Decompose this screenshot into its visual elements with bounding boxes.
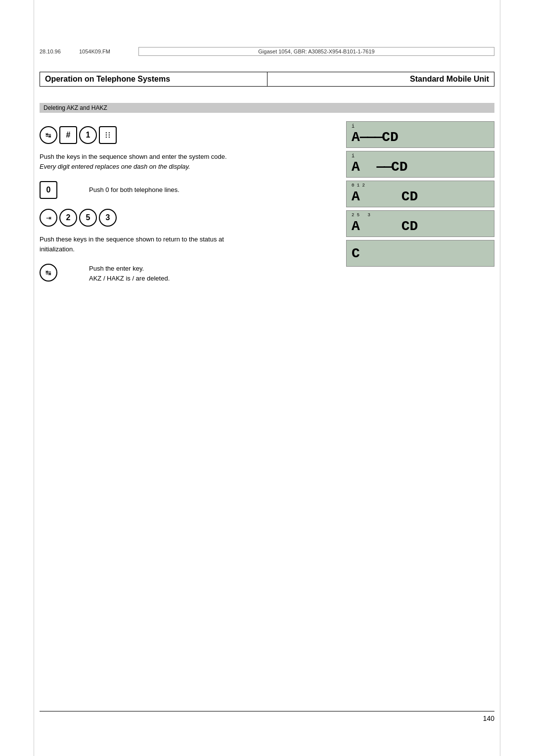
section-label: Deleting AKZ and HAKZ xyxy=(40,103,494,113)
key-5[interactable]: 5 xyxy=(79,209,97,227)
step-3-key-row: ⇥ 2 5 3 xyxy=(40,209,117,227)
step-4-text: Push the enter key. AKZ / HAKZ is / are … xyxy=(89,263,247,283)
display-2: i A ——CD xyxy=(346,151,494,178)
key-enter-arrow-4[interactable]: ↹ xyxy=(40,264,57,282)
step-3-keys: ⇥ 2 5 3 xyxy=(40,208,117,231)
step-4-text-main: Push the enter key. xyxy=(89,264,247,274)
step-4-text-italic: AKZ / HAKZ is / are deleted. xyxy=(89,274,247,284)
key-hash[interactable]: # xyxy=(59,126,77,144)
disp4-main: A CD xyxy=(352,219,489,234)
page: 28.10.96 1054K09.FM Gigaset 1054, GBR: A… xyxy=(0,0,534,756)
step-4-row: ↹ Push the enter key. AKZ / HAKZ is / ar… xyxy=(40,263,247,283)
key-enter-arrow-1[interactable]: ↹ xyxy=(40,126,57,144)
header: 28.10.96 1054K09.FM Gigaset 1054, GBR: A… xyxy=(40,47,494,56)
step-1-text-italic: Every digit entered replaces one dash on… xyxy=(40,162,247,172)
disp1-top: i xyxy=(352,124,355,129)
disp5-main: C xyxy=(352,246,489,261)
disp2-main: A ——CD xyxy=(352,159,489,175)
right-column: i A———CD i A ——CD 0 1 2 A CD xyxy=(346,121,494,270)
display-4: 2 5 3 A CD xyxy=(346,210,494,237)
step-1-key-row: ↹ # 1 ⁝⁝ xyxy=(40,126,117,144)
disp1-main: A———CD xyxy=(352,130,489,145)
margin-line-left xyxy=(34,0,34,756)
display-5: C xyxy=(346,240,494,267)
title-right: Standard Mobile Unit xyxy=(267,72,494,86)
header-product: Gigaset 1054, GBR: A30852-X954-B101-1-76… xyxy=(138,47,494,56)
step-3-instruction: Push these keys in the sequence shown to… xyxy=(40,235,247,254)
footer: 140 xyxy=(40,711,494,722)
step-1-row: ↹ # 1 ⁝⁝ xyxy=(40,125,247,148)
step-1-text-main: Push the keys in the sequence shown and … xyxy=(40,152,247,162)
step-4-keys: ↹ xyxy=(40,263,89,282)
display-1: i A———CD xyxy=(346,121,494,148)
left-column: ↹ # 1 ⁝⁝ Push the keys in the sequence s… xyxy=(40,121,247,287)
title-left: Operation on Telephone Systems xyxy=(40,72,267,86)
step-3-row: ⇥ 2 5 3 xyxy=(40,208,247,231)
disp3-top: 0 1 2 xyxy=(352,183,365,190)
step-1-keys: ↹ # 1 ⁝⁝ xyxy=(40,125,117,148)
key-2[interactable]: 2 xyxy=(59,209,77,227)
margin-line-right xyxy=(500,0,500,756)
step-2-row: 0 Push 0 for both telephone lines. xyxy=(40,180,247,199)
key-3[interactable]: 3 xyxy=(99,209,117,227)
disp2-top: i xyxy=(352,153,355,159)
key-1[interactable]: 1 xyxy=(79,126,97,144)
step-2-text: Push 0 for both telephone lines. xyxy=(89,184,247,195)
step-3-text-main: Push these keys in the sequence shown to… xyxy=(40,235,247,254)
page-number: 140 xyxy=(483,714,494,722)
header-filename: 1054K09.FM xyxy=(79,48,138,54)
display-3: 0 1 2 A CD xyxy=(346,181,494,207)
disp4-top: 2 5 3 xyxy=(352,213,370,220)
step-1-instruction: Push the keys in the sequence shown and … xyxy=(40,152,247,171)
step-2-keys: 0 xyxy=(40,180,89,199)
key-grid[interactable]: ⁝⁝ xyxy=(99,126,117,144)
header-date: 28.10.96 xyxy=(40,48,79,54)
key-0[interactable]: 0 xyxy=(40,181,57,199)
title-bar: Operation on Telephone Systems Standard … xyxy=(40,72,494,87)
key-double-arrow[interactable]: ⇥ xyxy=(40,209,57,227)
disp3-main: A CD xyxy=(352,189,489,204)
